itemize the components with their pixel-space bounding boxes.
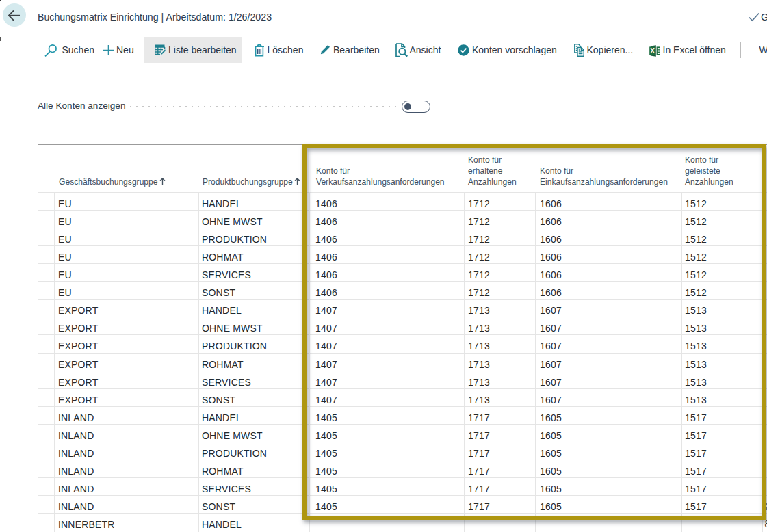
- svg-text:X: X: [650, 47, 655, 55]
